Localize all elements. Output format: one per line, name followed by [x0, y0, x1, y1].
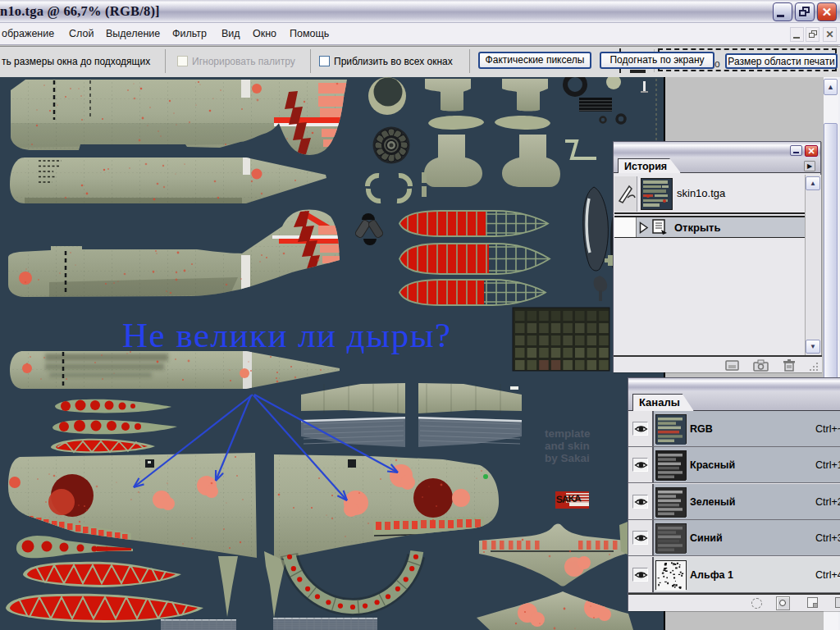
- svg-text:and skin: and skin: [545, 440, 590, 452]
- svg-text:Не велики ли дыры?: Не велики ли дыры?: [122, 316, 452, 354]
- svg-text:by Sakai: by Sakai: [545, 452, 590, 464]
- svg-text:template: template: [545, 427, 591, 440]
- svg-text:SAKA: SAKA: [555, 492, 582, 505]
